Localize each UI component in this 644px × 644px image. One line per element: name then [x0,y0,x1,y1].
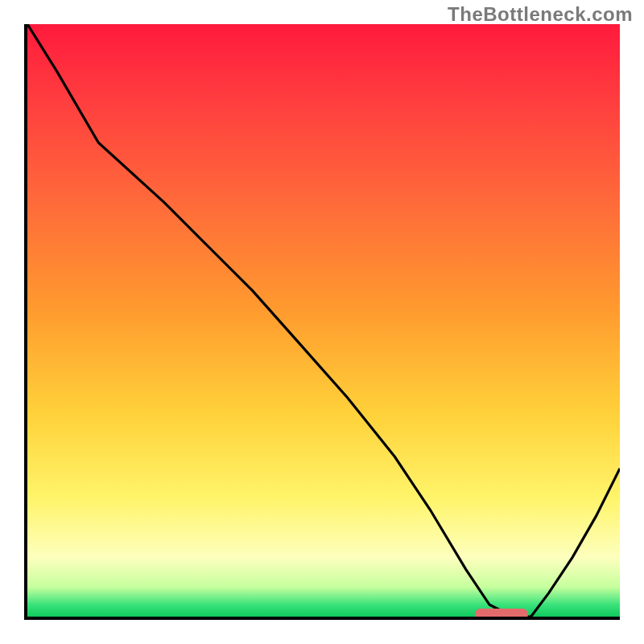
chart-plot-area [24,24,620,620]
optimal-marker [475,609,528,620]
curve-svg [27,24,620,617]
watermark-text: TheBottleneck.com [448,3,633,26]
bottleneck-curve [27,24,620,617]
